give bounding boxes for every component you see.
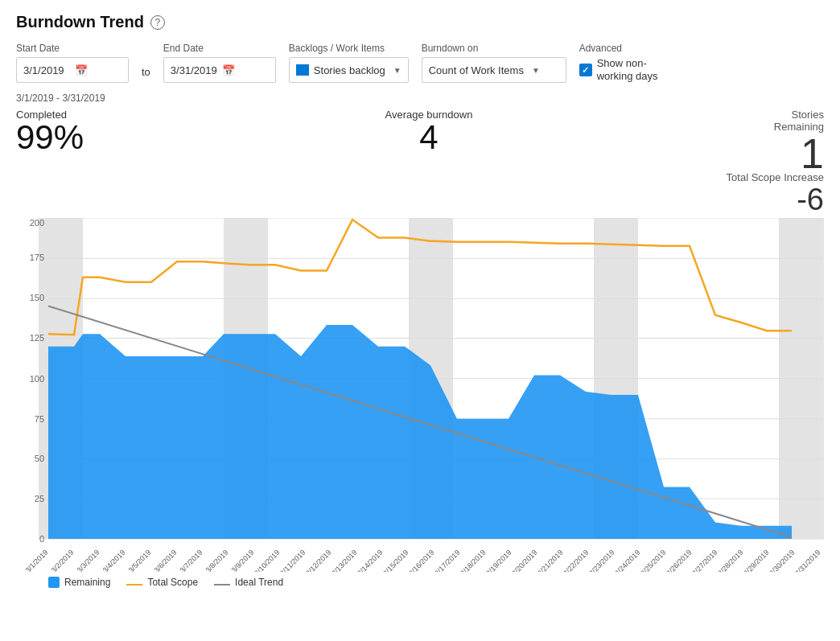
calendar-icon-start: 📅 bbox=[75, 64, 121, 76]
total-scope-value: -6 bbox=[727, 184, 824, 215]
stats-row: Completed 99% Average burndown 4 Stories… bbox=[16, 109, 824, 175]
calendar-icon-end: 📅 bbox=[222, 64, 269, 76]
end-date-group: End Date 3/31/2019 📅 bbox=[163, 43, 276, 83]
start-date-group: Start Date 3/1/2019 📅 bbox=[16, 43, 129, 83]
start-date-value: 3/1/2019 bbox=[23, 64, 70, 76]
legend-remaining: Remaining bbox=[48, 577, 110, 588]
avg-burndown-stat: Average burndown 4 bbox=[385, 109, 473, 154]
svg-text:3/22/2019: 3/22/2019 bbox=[562, 549, 590, 572]
show-non-working-row[interactable]: Show non-working days bbox=[579, 57, 661, 83]
total-scope-label: Total Scope Increase bbox=[727, 171, 824, 183]
backlogs-value: Stories backlog bbox=[314, 64, 385, 76]
burndown-group: Burndown on Count of Work Items ▼ bbox=[422, 43, 566, 83]
svg-text:3/23/2019: 3/23/2019 bbox=[587, 549, 616, 572]
avg-burndown-value: 4 bbox=[419, 121, 438, 154]
total-scope-row: Total Scope Increase -6 bbox=[16, 170, 824, 215]
svg-text:3/5/2019: 3/5/2019 bbox=[127, 549, 153, 572]
svg-text:3/12/2019: 3/12/2019 bbox=[304, 549, 332, 572]
burndown-dropdown[interactable]: Count of Work Items ▼ bbox=[422, 57, 566, 83]
svg-text:50: 50 bbox=[35, 454, 44, 463]
svg-text:75: 75 bbox=[35, 414, 44, 424]
svg-text:3/18/2019: 3/18/2019 bbox=[459, 549, 487, 572]
svg-text:3/14/2019: 3/14/2019 bbox=[356, 549, 384, 572]
burndown-value: Count of Work Items bbox=[429, 64, 524, 76]
svg-text:3/7/2019: 3/7/2019 bbox=[179, 549, 204, 572]
stories-remaining-stat: StoriesRemaining 1 bbox=[774, 109, 824, 175]
advanced-group: Advanced Show non-working days bbox=[579, 43, 661, 83]
svg-text:3/2/2019: 3/2/2019 bbox=[50, 549, 76, 572]
page-title: Burndown Trend bbox=[16, 13, 144, 31]
stories-remaining-label: StoriesRemaining bbox=[774, 109, 824, 133]
to-separator: to bbox=[142, 66, 150, 83]
burndown-label: Burndown on bbox=[422, 43, 566, 54]
svg-text:3/26/2019: 3/26/2019 bbox=[665, 549, 693, 572]
ideal-trend-legend-label: Ideal Trend bbox=[235, 577, 283, 588]
page-container: Burndown Trend ? Start Date 3/1/2019 📅 t… bbox=[0, 0, 840, 601]
svg-text:3/8/2019: 3/8/2019 bbox=[204, 549, 230, 572]
show-non-working-checkbox[interactable] bbox=[579, 64, 592, 76]
svg-text:3/10/2019: 3/10/2019 bbox=[253, 549, 281, 572]
svg-text:3/31/2019: 3/31/2019 bbox=[793, 549, 821, 572]
svg-text:3/4/2019: 3/4/2019 bbox=[101, 549, 127, 572]
start-date-label: Start Date bbox=[16, 43, 129, 54]
svg-text:3/21/2019: 3/21/2019 bbox=[536, 549, 564, 572]
svg-text:3/17/2019: 3/17/2019 bbox=[433, 549, 461, 572]
start-date-input[interactable]: 3/1/2019 📅 bbox=[16, 57, 129, 83]
total-scope-stat: Total Scope Increase -6 bbox=[727, 170, 824, 215]
svg-text:0: 0 bbox=[39, 534, 44, 544]
end-date-value: 3/31/2019 bbox=[171, 64, 217, 76]
help-icon[interactable]: ? bbox=[150, 15, 165, 30]
svg-text:3/28/2019: 3/28/2019 bbox=[716, 549, 744, 572]
svg-text:3/27/2019: 3/27/2019 bbox=[690, 549, 719, 572]
svg-text:125: 125 bbox=[30, 333, 44, 343]
backlogs-label: Backlogs / Work Items bbox=[289, 43, 409, 54]
svg-text:3/6/2019: 3/6/2019 bbox=[153, 549, 179, 572]
svg-text:3/1/2019: 3/1/2019 bbox=[24, 549, 50, 572]
svg-text:3/3/2019: 3/3/2019 bbox=[76, 549, 101, 572]
svg-text:3/19/2019: 3/19/2019 bbox=[484, 549, 513, 572]
backlog-icon bbox=[296, 64, 309, 76]
legend-ideal-trend: Ideal Trend bbox=[214, 577, 283, 588]
svg-text:150: 150 bbox=[30, 293, 44, 302]
svg-text:175: 175 bbox=[30, 253, 44, 262]
backlogs-group: Backlogs / Work Items Stories backlog ▼ bbox=[289, 43, 409, 83]
legend-total-scope: Total Scope bbox=[126, 577, 198, 588]
page-header: Burndown Trend ? bbox=[16, 13, 824, 31]
svg-text:3/30/2019: 3/30/2019 bbox=[768, 549, 796, 572]
end-date-input[interactable]: 3/31/2019 📅 bbox=[163, 57, 276, 83]
chart-area: 0 25 50 75 100 125 150 175 200 3/1/2019 … bbox=[16, 218, 824, 572]
chevron-down-icon: ▼ bbox=[393, 66, 401, 75]
chevron-down-icon-2: ▼ bbox=[532, 66, 540, 75]
svg-text:25: 25 bbox=[35, 494, 44, 503]
burndown-chart: 0 25 50 75 100 125 150 175 200 3/1/2019 … bbox=[16, 218, 824, 572]
svg-text:3/25/2019: 3/25/2019 bbox=[639, 549, 667, 572]
svg-text:3/11/2019: 3/11/2019 bbox=[278, 549, 307, 572]
svg-text:3/15/2019: 3/15/2019 bbox=[381, 549, 410, 572]
total-scope-color-line bbox=[126, 584, 142, 586]
end-date-label: End Date bbox=[163, 43, 276, 54]
svg-text:200: 200 bbox=[30, 218, 44, 228]
controls-bar: Start Date 3/1/2019 📅 to End Date 3/31/2… bbox=[16, 43, 824, 83]
date-range-label: 3/1/2019 - 3/31/2019 bbox=[16, 92, 824, 104]
remaining-legend-label: Remaining bbox=[64, 577, 110, 588]
completed-value: 99% bbox=[16, 121, 84, 154]
svg-text:100: 100 bbox=[30, 374, 44, 384]
svg-text:3/16/2019: 3/16/2019 bbox=[407, 549, 435, 572]
backlogs-dropdown[interactable]: Stories backlog ▼ bbox=[289, 57, 409, 83]
remaining-color-box bbox=[48, 577, 60, 588]
advanced-label: Advanced bbox=[579, 43, 661, 54]
completed-stat: Completed 99% bbox=[16, 109, 84, 154]
svg-text:3/29/2019: 3/29/2019 bbox=[742, 549, 770, 572]
svg-text:3/20/2019: 3/20/2019 bbox=[510, 549, 538, 572]
stories-remaining-value: 1 bbox=[774, 133, 824, 175]
chart-legend: Remaining Total Scope Ideal Trend bbox=[16, 577, 824, 588]
svg-text:3/24/2019: 3/24/2019 bbox=[613, 549, 641, 572]
ideal-trend-color-line bbox=[214, 584, 230, 586]
show-non-working-label: Show non-working days bbox=[597, 57, 661, 82]
svg-text:3/9/2019: 3/9/2019 bbox=[230, 549, 256, 572]
svg-text:3/13/2019: 3/13/2019 bbox=[330, 549, 358, 572]
total-scope-legend-label: Total Scope bbox=[147, 577, 198, 588]
